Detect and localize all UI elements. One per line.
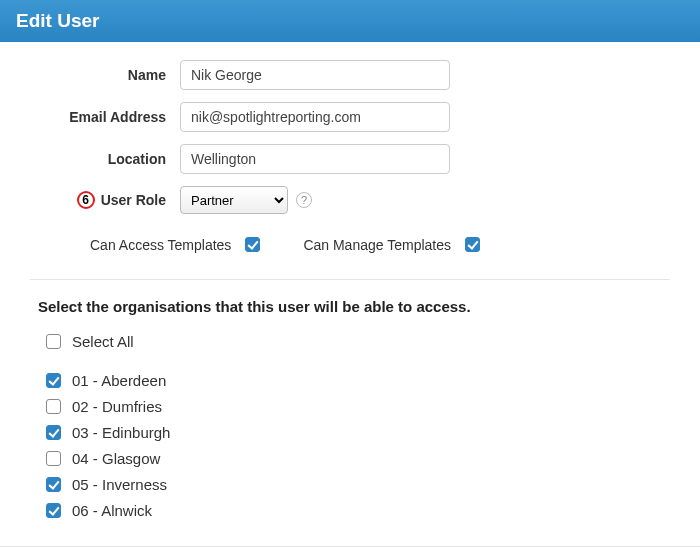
name-input[interactable] (180, 60, 450, 90)
email-input[interactable] (180, 102, 450, 132)
org-row: 02 - Dumfries (42, 396, 670, 417)
perm-access-checkbox[interactable] (245, 237, 260, 252)
org-section-heading: Select the organisations that this user … (38, 298, 670, 315)
location-input[interactable] (180, 144, 450, 174)
row-email: Email Address (30, 102, 670, 132)
org-checkbox[interactable] (46, 373, 61, 388)
org-label: 03 - Edinburgh (72, 424, 170, 441)
divider (30, 279, 670, 280)
select-all-row: Select All (42, 331, 670, 352)
org-checkbox[interactable] (46, 399, 61, 414)
role-select-wrap: Partner ? (180, 186, 312, 214)
perm-manage-label: Can Manage Templates (303, 237, 451, 253)
role-select[interactable]: Partner (180, 186, 288, 214)
permissions-row: Can Access Templates Can Manage Template… (90, 234, 670, 255)
org-row: 01 - Aberdeen (42, 370, 670, 391)
org-checkbox[interactable] (46, 477, 61, 492)
perm-access: Can Access Templates (90, 234, 263, 255)
org-label: 02 - Dumfries (72, 398, 162, 415)
org-row: 04 - Glasgow (42, 448, 670, 469)
help-icon[interactable]: ? (296, 192, 312, 208)
location-label: Location (30, 151, 180, 167)
perm-manage-checkbox[interactable] (465, 237, 480, 252)
form-area: Name Email Address Location 6 User Role … (0, 42, 700, 546)
dialog-title: Edit User (16, 10, 99, 31)
org-label: 06 - Alnwick (72, 502, 152, 519)
perm-access-label: Can Access Templates (90, 237, 231, 253)
org-row: 05 - Inverness (42, 474, 670, 495)
role-label-wrap: 6 User Role (30, 191, 180, 209)
row-location: Location (30, 144, 670, 174)
step-badge-icon: 6 (77, 191, 95, 209)
org-checkbox[interactable] (46, 503, 61, 518)
name-label: Name (30, 67, 180, 83)
org-label: 04 - Glasgow (72, 450, 160, 467)
org-list: Select All 01 - Aberdeen 02 - Dumfries 0… (30, 331, 670, 521)
org-checkbox[interactable] (46, 451, 61, 466)
perm-manage: Can Manage Templates (303, 234, 483, 255)
row-role: 6 User Role Partner ? (30, 186, 670, 214)
role-label: User Role (101, 192, 166, 208)
org-checkbox[interactable] (46, 425, 61, 440)
dialog-header: Edit User (0, 0, 700, 42)
org-label: 01 - Aberdeen (72, 372, 166, 389)
org-label: 05 - Inverness (72, 476, 167, 493)
select-all-checkbox[interactable] (46, 334, 61, 349)
email-label: Email Address (30, 109, 180, 125)
org-row: 03 - Edinburgh (42, 422, 670, 443)
row-name: Name (30, 60, 670, 90)
select-all-label: Select All (72, 333, 134, 350)
org-row: 06 - Alnwick (42, 500, 670, 521)
